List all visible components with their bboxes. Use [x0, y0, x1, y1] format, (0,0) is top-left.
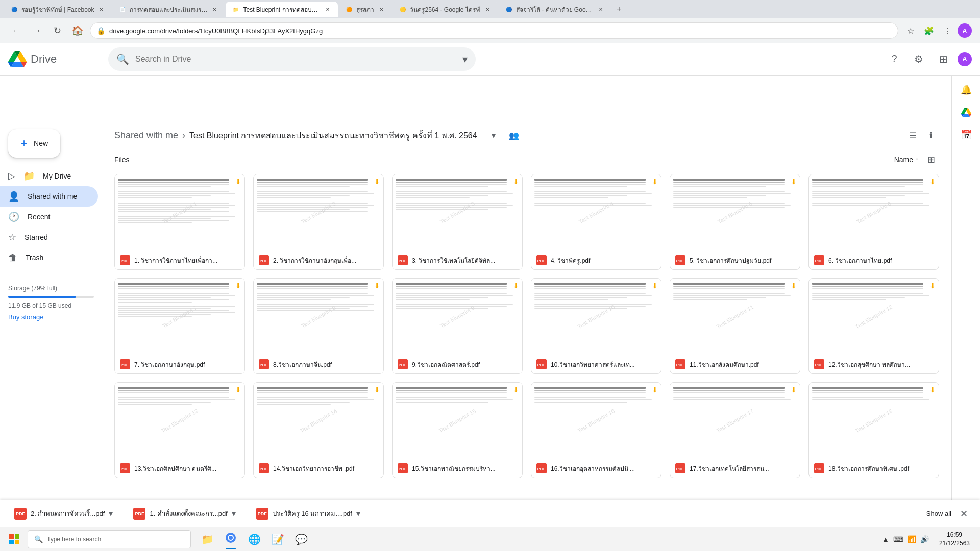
recent-icon: 🕐: [8, 211, 19, 222]
bookmark-button[interactable]: ☆: [902, 22, 919, 39]
grid-view-button[interactable]: ⊞: [923, 152, 939, 168]
tab-close-1[interactable]: ✕: [97, 5, 105, 13]
file-card-11[interactable]: Test Blueprint 11 ⬇ PDF 11.วิชาเอกสังคมศ…: [670, 278, 800, 374]
browser-profile[interactable]: A: [958, 23, 972, 38]
search-dropdown-icon[interactable]: ▾: [462, 53, 468, 65]
tab-google-search[interactable]: 🔵 สัจจาริโส้ - ค้นหาด้วย Google ✕: [499, 2, 611, 17]
search-bar[interactable]: 🔍 ▾: [108, 47, 476, 71]
sort-label: Name: [894, 156, 913, 164]
tab-surasa[interactable]: 🟠 สุรสภา ✕: [339, 2, 391, 17]
file-card-18[interactable]: Test Blueprint 18 ⬇ PDF 18.วิชาเอกการศึก…: [808, 382, 939, 478]
buy-storage-link[interactable]: Buy storage: [8, 313, 43, 321]
home-button[interactable]: 🏠: [69, 22, 86, 39]
new-tab-button[interactable]: +: [612, 2, 626, 16]
taskbar-search-bar[interactable]: 🔍 Type here to search: [28, 530, 191, 548]
download-icon-16: ⬇: [652, 386, 658, 394]
taskbar-file-explorer[interactable]: 📁: [196, 528, 218, 550]
svg-rect-39: [15, 540, 19, 544]
tab-close-2[interactable]: ✕: [210, 5, 218, 13]
file-card-9[interactable]: Test Blueprint 9 ⬇ PDF 9.วิชาเอกคณิตศาสต…: [392, 278, 523, 374]
taskbar-word[interactable]: 📝: [266, 528, 289, 550]
account-avatar[interactable]: A: [958, 52, 972, 66]
forward-button[interactable]: →: [29, 22, 45, 39]
folder-details-button[interactable]: ℹ: [923, 127, 939, 143]
more-button[interactable]: ⋮: [939, 22, 955, 39]
start-button[interactable]: [2, 528, 27, 550]
clock-time: 16:59: [947, 531, 962, 539]
sidebar-item-my-drive[interactable]: ▷ 📁 My Drive: [0, 166, 98, 186]
file-card-3[interactable]: Test Blueprint 3 ⬇ PDF 3. วิชาการใช้เทคโ…: [392, 174, 523, 270]
rp-drive-icon[interactable]: [956, 102, 976, 122]
show-all-button[interactable]: Show all: [926, 510, 951, 517]
tab-vandru[interactable]: 🟡 วันครู2564 - Google ไดรฟ์ ✕: [393, 2, 497, 17]
new-button[interactable]: + New: [8, 129, 60, 158]
sidebar-item-shared-with-me[interactable]: 👤 Shared with me: [0, 186, 98, 207]
folder-info-dropdown[interactable]: ▾: [485, 127, 502, 143]
taskbar-line[interactable]: 💬: [290, 528, 312, 550]
wifi-icon[interactable]: 📶: [908, 535, 916, 543]
pdf-icon-18: PDF: [814, 463, 824, 473]
file-card-7[interactable]: Test Blueprint 7 ⬇ PDF 7. วิชาเอกภาษาอัง…: [114, 278, 245, 374]
add-people-button[interactable]: 👥: [506, 127, 522, 143]
dl-chevron-3[interactable]: ▾: [356, 509, 360, 518]
list-view-button[interactable]: ☰: [904, 127, 921, 143]
sort-button[interactable]: Name ↑: [894, 156, 919, 164]
file-card-5[interactable]: Test Blueprint 5 ⬇ PDF 5. วิชาเอกการศึกษ…: [670, 174, 800, 270]
tab-close-3[interactable]: ✕: [324, 5, 332, 13]
file-card-14[interactable]: Test Blueprint 14 ⬇ PDF 14.วิชาเอกวิทยาก…: [253, 382, 384, 478]
file-card-2[interactable]: Test Blueprint 2 ⬇ PDF 2. วิชาการใช้ภาษา…: [253, 174, 384, 270]
sidebar-item-starred[interactable]: ☆ Starred: [0, 227, 98, 247]
file-card-12[interactable]: Test Blueprint 12 ⬇ PDF 12.วิชาเอกสุขศึก…: [808, 278, 939, 374]
tab-blueprint1[interactable]: 📄 การทดสอบและประเมินสมรรถนะ... ✕: [112, 2, 225, 17]
file-thumbnail-10: Test Blueprint 10 ⬇: [531, 279, 661, 355]
dl-filename-2: 1. คำสั่งแต่งตั้งคณะกร...pdf: [150, 508, 227, 519]
close-download-bar-button[interactable]: ✕: [955, 506, 972, 522]
tab-close-5[interactable]: ✕: [483, 5, 492, 13]
address-bar[interactable]: 🔒 drive.google.com/drive/folders/1tcyU0B…: [90, 22, 898, 39]
windows-logo-icon: [9, 534, 19, 544]
file-card-17[interactable]: Test Blueprint 17 ⬇ PDF 17.วิชาเอกเทคโนโ…: [670, 382, 800, 478]
file-card-6[interactable]: Test Blueprint 6 ⬇ PDF 6. วิชาเอกภาษาไทย…: [808, 174, 939, 270]
settings-button[interactable]: ⚙: [909, 49, 929, 69]
dl-chevron-2[interactable]: ▾: [232, 509, 236, 518]
file-card-1[interactable]: Test Blueprint 1 ⬇ PDF 1. วิชาการใช้ภาษา…: [114, 174, 245, 270]
tab-close-4[interactable]: ✕: [377, 5, 385, 13]
download-bar-right: Show all ✕: [926, 506, 972, 522]
reload-button[interactable]: ↻: [49, 22, 65, 39]
file-card-10[interactable]: Test Blueprint 10 ⬇ PDF 10.วิชาเอกวิทยาศ…: [531, 278, 662, 374]
dl-chevron-1[interactable]: ▾: [109, 509, 113, 518]
tab-facebook[interactable]: 🔵 รอบรู้วิชาพิทักษ์ | Facebook ✕: [4, 2, 111, 17]
download-item-3[interactable]: PDF ประวัติครู 16 มกราคม....pdf ▾: [250, 506, 366, 522]
file-info-11: PDF 11.วิชาเอกสังคมศึกษา.pdf: [670, 355, 800, 373]
file-card-13[interactable]: Test Blueprint 13 ⬇ PDF 13.วิชาเอกศิลปศึ…: [114, 382, 245, 478]
file-card-15[interactable]: Test Blueprint 15 ⬇ PDF 15.วิชาเอกพาณิชย…: [392, 382, 523, 478]
sidebar-item-recent[interactable]: 🕐 Recent: [0, 207, 98, 227]
keyboard-icon: ⌨: [893, 535, 903, 543]
tab-title-2: การทดสอบและประเมินสมรรถนะ...: [130, 5, 207, 14]
pdf-icon-1: PDF: [120, 255, 130, 265]
file-card-16[interactable]: Test Blueprint 16 ⬇ PDF 16.วิชาเอกอุตสาห…: [531, 382, 662, 478]
extensions-button[interactable]: 🧩: [921, 22, 937, 39]
tab-drive-active[interactable]: 📁 Test Blueprint การทดสอบและประเมิน... ✕: [226, 2, 338, 17]
rp-notifications-icon[interactable]: 🔔: [956, 80, 976, 100]
tray-up-icon[interactable]: ▲: [882, 535, 889, 543]
svg-text:PDF: PDF: [399, 363, 406, 367]
download-item-1[interactable]: PDF 2. กำหนดการจัดวนรี้...pdf ▾: [8, 506, 119, 522]
tab-close-6[interactable]: ✕: [597, 5, 605, 13]
file-card-8[interactable]: Test Blueprint 8 ⬇ PDF 8.วิชาเอกภาษาจีน.…: [253, 278, 384, 374]
breadcrumb-parent[interactable]: Shared with me: [114, 130, 178, 141]
file-thumbnail-2: Test Blueprint 2 ⬇: [254, 174, 383, 251]
apps-button[interactable]: ⊞: [933, 49, 953, 69]
rp-calendar-icon[interactable]: 📅: [956, 124, 976, 145]
file-card-4[interactable]: Test Blueprint 4 ⬇ PDF 4. วิชาพิครู.pdf: [531, 174, 662, 270]
help-button[interactable]: ?: [884, 49, 904, 69]
taskbar-edge[interactable]: 🌐: [243, 528, 265, 550]
download-item-2[interactable]: PDF 1. คำสั่งแต่งตั้งคณะกร...pdf ▾: [127, 506, 241, 522]
speaker-icon[interactable]: 🔊: [920, 535, 929, 543]
system-clock[interactable]: 16:59 21/12/2563: [935, 531, 974, 548]
taskbar-chrome[interactable]: [219, 528, 242, 550]
search-input[interactable]: [135, 55, 456, 64]
download-icon-14: ⬇: [374, 386, 380, 394]
sidebar-item-trash[interactable]: 🗑 Trash: [0, 247, 98, 268]
back-button[interactable]: ←: [8, 22, 24, 39]
